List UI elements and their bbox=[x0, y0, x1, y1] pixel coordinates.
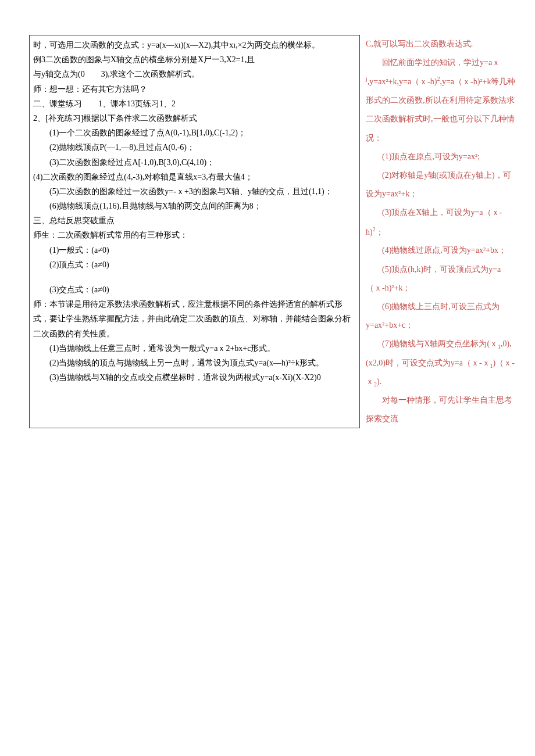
note-text: 回忆前面学过的知识，学过y=aｘ bbox=[382, 58, 500, 67]
note-paragraph: 回忆前面学过的知识，学过y=aｘj,y=ax²+k,y=a（ｘ-h)2,y=a（… bbox=[366, 53, 517, 148]
section-heading: 三、总结反思突破重点 bbox=[33, 213, 356, 228]
note-item: 对每一种情形，可先让学生自主思考探索交流 bbox=[366, 391, 517, 428]
note-item: (7)抛物线与X轴两交点坐标为(ｘ1,0),(x2,0)时，可设交点式为y=a（… bbox=[366, 335, 517, 391]
note-item: (1)顶点在原点,可设为y=ax²; bbox=[366, 148, 517, 166]
text-line: 例3二次函数的图象与X轴交点的横坐标分别是X尸一3,X2=1,且 bbox=[33, 52, 356, 67]
text-line: 师生：二次函数解析式常用的有三种形式： bbox=[33, 228, 356, 242]
note-text: (4)抛物线过原点,可设为y=ax²+bx； bbox=[382, 246, 507, 255]
right-column: C,就可以写出二次函数表达式. 回忆前面学过的知识，学过y=aｘj,y=ax²+… bbox=[360, 35, 517, 428]
text-paragraph: 师：本节课是用待定系数法求函数解析式，应注意根据不同的条件选择适宜的解析式形式，… bbox=[33, 297, 356, 341]
list-item: (2)顶点式：(a≠0) bbox=[33, 257, 356, 272]
page-container: 时，可选用二次函数的交点式：y=a(x—xı)(x—X2),其中xı,×2为两交… bbox=[0, 0, 535, 440]
note-text: ,y=ax²+k,y=a（ｘ-h) bbox=[368, 77, 437, 86]
note-item: (2)对称轴是y轴(或顶点在y轴上)，可设为y=ax²+k； bbox=[366, 166, 517, 203]
list-item: (3)交点式：(a≠0) bbox=[33, 282, 356, 297]
list-item: (1)一般式：(a≠0) bbox=[33, 243, 356, 257]
note-text: ). bbox=[377, 377, 381, 386]
text-line: 时，可选用二次函数的交点式：y=a(x—xı)(x—X2),其中xı,×2为两交… bbox=[33, 38, 356, 52]
text-line: 师：想一想：还有其它方法吗？ bbox=[33, 82, 356, 96]
list-item: (3)二次函数图象经过点A[-1,0),B[3,0),C(4,10)； bbox=[33, 155, 356, 170]
note-text: (1)顶点在原点,可设为y=ax²; bbox=[382, 152, 480, 161]
note-line: C,就可以写出二次函数表达式. bbox=[366, 35, 517, 53]
text-line: 与y轴交点为(0 3),求这个二次函数解析式。 bbox=[33, 67, 356, 81]
text-line: 2、[补充练习]根据以下条件求二次函数解析式 bbox=[33, 111, 356, 126]
list-item: (4)二次函数的图象经过点(4,-3),对称轴是直线x=3,有最大值4； bbox=[33, 170, 356, 184]
note-item: (4)抛物线过原点,可设为y=ax²+bx； bbox=[366, 241, 517, 260]
list-item: (5)二次函数的图象经过一次函数y=-ｘ+3的图象与X轴、y轴的交点，且过(1,… bbox=[33, 184, 356, 199]
list-item: (1)当抛物线上任意三点时，通常设为一般式y=aｘ2+bx+c形式。 bbox=[33, 341, 356, 356]
list-item: (2)当抛物线的顶点与抛物线上另一点时，通常设为顶点式y=a(x—h)²÷k形式… bbox=[33, 356, 356, 370]
left-column: 时，可选用二次函数的交点式：y=a(x—xı)(x—X2),其中xı,×2为两交… bbox=[29, 35, 360, 428]
note-text: ； bbox=[376, 227, 384, 236]
note-text: 对每一种情形，可先让学生自主思考探索交流 bbox=[366, 396, 512, 423]
note-text: (3)顶点在X轴上，可设为y=a（ｘ-h) bbox=[366, 208, 502, 236]
note-text: (6)抛物线上三点时,可设三点式为y=ax²+bx+c； bbox=[366, 302, 500, 329]
note-text: (7)抛物线与X轴两交点坐标为(ｘ bbox=[382, 339, 498, 348]
note-item: (6)抛物线上三点时,可设三点式为y=ax²+bx+c； bbox=[366, 298, 517, 335]
list-item: (2)抛物线顶点P(—1,—8),且过点A(0,-6)； bbox=[33, 140, 356, 155]
list-item: (6)抛物线顶点(1,16),且抛物线与X轴的两交点间的距离为8； bbox=[33, 199, 356, 213]
note-text: ,y=a（ｘ-h)²+k等几种形式的二次函数,所以在利用待定系数法求二次函数解析… bbox=[366, 77, 515, 142]
list-item: (3)当抛物线与X轴的交点或交点横坐标时，通常设为两根式y=a(x-Xi)(X-… bbox=[33, 370, 356, 385]
section-heading: 二、课堂练习 1、课本13页练习1、2 bbox=[33, 96, 356, 111]
list-item: (1)一个二次函数的图象经过了点A(0,-1),B[1,0),C(-1,2)； bbox=[33, 126, 356, 140]
note-item: (5)顶点(h,k)时，可设顶点式为y=a（ｘ-h)²+k； bbox=[366, 260, 517, 298]
spacer bbox=[33, 272, 356, 282]
note-text: (2)对称轴是y轴(或顶点在y轴上)，可设为y=ax²+k； bbox=[366, 171, 511, 198]
note-item: (3)顶点在X轴上，可设为y=a（ｘ-h)2； bbox=[366, 203, 517, 241]
note-text: (5)顶点(h,k)时，可设顶点式为y=a（ｘ-h)²+k； bbox=[366, 265, 501, 292]
